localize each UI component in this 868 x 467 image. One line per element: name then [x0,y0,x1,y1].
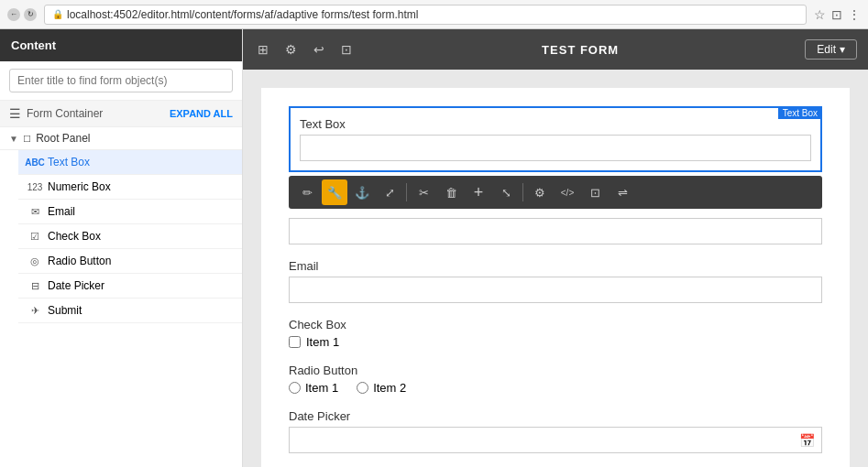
root-panel-icon: □ [24,132,30,145]
search-input[interactable] [9,69,233,92]
numeric-box-icon: 123 [27,179,42,194]
sidebar-item-date-picker[interactable]: ⊟ Date Picker [18,274,242,299]
text-box-badge: Text Box [778,107,822,119]
sidebar-item-check-box[interactable]: ☑ Check Box [18,224,242,249]
ft-pencil-button[interactable]: ✏ [294,179,320,205]
submit-label: Submit [48,304,82,317]
radio-button-icon: ◎ [27,254,42,268]
floating-toolbar: ✏ 🔧 ⚓ ⤢ ✂ 🗑 + ⤡ ⚙ </> ⊡ ⇌ [289,176,822,209]
date-picker-label: Date Picker [48,279,104,292]
extensions-icon[interactable]: ⊡ [831,7,842,22]
radio-item-1-label: Item 1 [305,381,338,395]
check-box-label: Check Box [48,230,101,243]
star-icon[interactable]: ☆ [814,7,826,22]
radio-item-2[interactable]: Item 2 [357,381,406,395]
form-canvas: Text Box Text Box ✏ 🔧 ⚓ ⤢ ✂ 🗑 + ⤡ ⚙ [261,88,850,467]
radio-item-1[interactable]: Item 1 [289,381,338,395]
radio-field: Radio Button Item 1 Item 2 [289,364,822,395]
text-box-field[interactable]: Text Box Text Box [289,106,822,172]
email-icon: ✉ [27,204,42,219]
layout-button[interactable]: ⊞ [254,38,272,60]
sidebar-item-email[interactable]: ✉ Email [18,200,242,224]
checkbox-input-1[interactable] [289,336,301,348]
ft-plus-button[interactable]: + [466,179,491,205]
ft-preview-button[interactable]: ⊡ [582,179,608,205]
back-button[interactable]: ← [7,8,20,21]
sidebar-item-radio-button[interactable]: ◎ Radio Button [18,249,242,274]
checkbox-field: Check Box Item 1 [289,318,822,349]
lock-icon: 🔒 [52,9,63,19]
radio-button-label: Radio Button [48,255,111,267]
address-bar[interactable]: 🔒 localhost:4502/editor.html/content/for… [44,5,807,25]
browser-nav-buttons: ← ↻ [7,8,37,21]
edit-label: Edit [817,43,836,56]
ft-configure-button[interactable]: ⚙ [527,179,553,205]
checkbox-field-label: Check Box [289,318,822,331]
date-picker-input[interactable] [289,427,822,453]
ft-anchor-button[interactable]: ⤢ [377,179,402,205]
numeric-box-label: Numeric Box [48,180,111,193]
sidebar-title: Content [11,38,56,52]
radio-field-label: Radio Button [289,364,822,377]
check-box-icon: ☑ [27,229,42,244]
edit-button[interactable]: Edit ▾ [805,39,857,60]
sidebar: Content ☰ Form Container EXPAND ALL ▼ □ … [0,29,243,467]
ft-code-button[interactable]: </> [555,179,580,205]
email-label: Email [48,205,75,218]
app-container: Content ☰ Form Container EXPAND ALL ▼ □ … [0,29,868,467]
refresh-button[interactable]: ↻ [24,8,37,21]
undo-button[interactable]: ↩ [310,38,328,60]
url-text: localhost:4502/editor.html/content/forms… [67,8,419,21]
sidebar-item-numeric-box[interactable]: 123 Numeric Box [18,175,242,200]
ft-resize-button[interactable]: ⤡ [493,179,519,205]
ft-trash-button[interactable]: 🗑 [438,179,464,205]
root-panel-label: Root Panel [36,132,90,145]
checkbox-item-1[interactable]: Item 1 [289,335,822,349]
tree-header: ☰ Form Container EXPAND ALL [0,101,242,127]
sidebar-search-container [0,61,242,101]
date-picker-icon: ⊟ [27,278,42,293]
browser-chrome: ← ↻ 🔒 localhost:4502/editor.html/content… [0,0,868,29]
chevron-down-icon: ▼ [9,134,18,144]
settings-button[interactable]: ⚙ [281,38,301,60]
tree-root-panel[interactable]: ▼ □ Root Panel [0,127,242,150]
date-picker-field-label: Date Picker [289,409,822,423]
sidebar-item-submit[interactable]: ✈ Submit [18,299,242,323]
radio-input-1[interactable] [289,382,301,394]
ft-divider-2 [522,183,523,201]
email-input[interactable] [289,277,822,303]
submit-icon: ✈ [27,303,42,318]
calendar-icon[interactable]: 📅 [799,433,815,448]
sidebar-tree: ☰ Form Container EXPAND ALL ▼ □ Root Pan… [0,101,242,467]
text-box-input[interactable] [300,135,811,161]
toolbar-title: TEST FORM [542,43,619,57]
ft-shuffle-button[interactable]: ⇌ [610,179,635,205]
ft-wrench-button[interactable]: 🔧 [322,179,347,205]
tree-children: ABC Text Box 123 Numeric Box ✉ Email ☑ C… [0,150,242,323]
canvas-area[interactable]: Text Box Text Box ✏ 🔧 ⚓ ⤢ ✂ 🗑 + ⤡ ⚙ [243,70,868,467]
text-box-label: Text Box [48,156,90,168]
checkbox-item-1-label: Item 1 [306,335,339,349]
tree-header-left: ☰ Form Container [9,106,103,121]
sidebar-item-text-box[interactable]: ABC Text Box [18,150,242,175]
ft-rules-button[interactable]: ⚓ [349,179,375,205]
numeric-box-input[interactable] [297,224,814,238]
chevron-down-icon: ▾ [840,43,845,56]
main-content: ⊞ ⚙ ↩ ⊡ TEST FORM Edit ▾ Text Box Text B… [243,29,868,467]
top-toolbar: ⊞ ⚙ ↩ ⊡ TEST FORM Edit ▾ [243,29,868,70]
expand-all-button[interactable]: EXPAND ALL [170,108,233,119]
email-field-label: Email [289,259,822,273]
toolbar-right: Edit ▾ [805,39,857,60]
device-preview-button[interactable]: ⊡ [337,38,356,60]
radio-group: Item 1 Item 2 [289,381,822,395]
radio-input-2[interactable] [357,382,368,394]
date-picker-field: Date Picker 📅 [289,409,822,453]
menu-icon[interactable]: ⋮ [848,7,861,22]
form-container-icon: ☰ [9,106,21,121]
ft-divider-1 [406,183,407,201]
email-field[interactable]: Email [289,259,822,303]
radio-item-2-label: Item 2 [373,381,406,395]
numeric-box-field[interactable] [289,218,822,244]
ft-scissors-button[interactable]: ✂ [411,179,436,205]
text-box-field-label: Text Box [300,117,811,131]
